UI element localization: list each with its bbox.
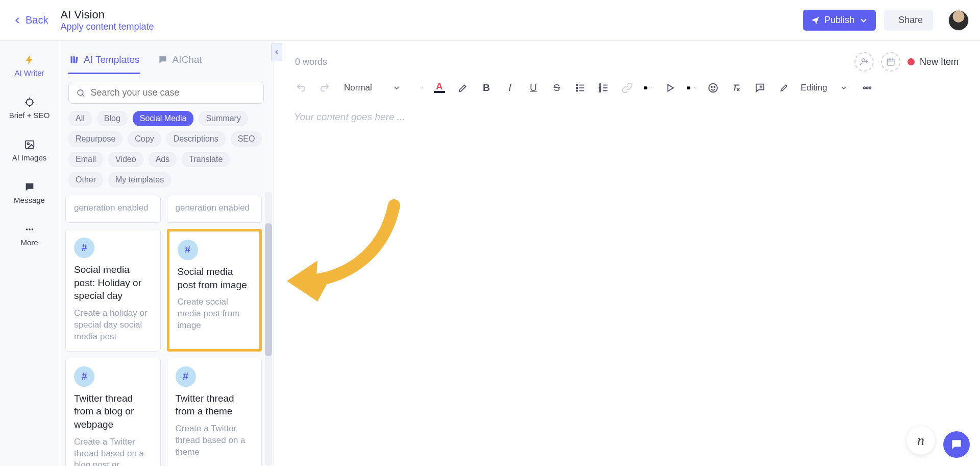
svg-rect-19 [887,59,894,65]
scrollbar-thumb[interactable] [265,223,272,356]
status-dot-icon [908,58,915,65]
rail-item-more[interactable]: More [0,220,59,251]
chevron-down-icon [859,15,869,26]
editor-toolbar: Normal A B I U S 123 [292,76,962,103]
chip-blog[interactable]: Blog [97,111,128,126]
bold-button[interactable]: B [479,81,494,95]
template-card-twitter-theme[interactable]: # Twitter thread from a theme Create a T… [167,358,262,466]
cards-area: generation enabled generation enabled # … [59,192,273,466]
video-button[interactable] [663,81,677,95]
list-ul-icon [575,82,586,94]
cards-grid: generation enabled generation enabled # … [65,192,262,466]
chip-summary[interactable]: Summary [199,111,248,126]
template-card[interactable]: generation enabled [65,196,161,223]
add-collaborator-button[interactable] [854,52,874,72]
italic-button[interactable]: I [503,81,517,95]
svg-point-14 [78,89,83,95]
clear-format-button[interactable] [729,81,744,95]
align-select[interactable] [413,84,423,91]
add-date-button[interactable] [881,52,900,72]
page-title: AI Vision [60,8,154,21]
link-button[interactable] [620,81,634,95]
image-insert-select[interactable] [644,84,654,91]
bullet-list-button[interactable] [573,81,587,95]
svg-rect-13 [76,57,78,63]
block-style-select[interactable]: Normal [341,81,404,95]
rail-item-brief-seo[interactable]: Brief + SEO [0,92,59,124]
back-button[interactable]: Back [8,11,52,29]
redo-button[interactable] [317,81,332,95]
chevron-down-icon [393,84,401,92]
share-button[interactable]: Share [884,10,933,31]
card-desc: Create a holiday or special day social m… [74,308,152,343]
rail-label: Brief + SEO [9,111,50,120]
chevron-left-icon [12,15,22,26]
chevron-down-icon [694,84,697,91]
emoji-button[interactable] [706,81,720,95]
hash-icon: # [176,366,196,387]
chip-repurpose[interactable]: Repurpose [68,131,122,147]
chip-social-media[interactable]: Social Media [133,111,194,126]
editor-body[interactable]: Your content goes here ... [292,103,962,466]
chip-seo[interactable]: SEO [231,131,262,147]
svg-line-15 [82,95,84,97]
card-desc: Create a Twitter thread based on a blog … [74,436,152,466]
tab-ai-chat[interactable]: AIChat [157,49,203,74]
tab-ai-templates[interactable]: AI Templates [68,49,140,74]
brand-fab[interactable]: n [906,426,935,455]
template-card[interactable]: generation enabled [167,196,262,223]
left-rail: AI Writer Brief + SEO AI Images Message … [0,41,59,466]
chip-descriptions[interactable]: Descriptions [166,131,226,147]
top-header: Back AI Vision Apply content template Pu… [0,0,980,41]
card-title: Social media post from image [178,265,252,291]
rail-label: More [20,238,38,247]
avatar[interactable] [948,10,969,31]
card-title: Twitter thread from a blog or webpage [74,392,152,431]
svg-point-50 [863,87,865,89]
highlight-button[interactable] [456,81,470,95]
card-desc: generation enabled [176,202,254,214]
chip-video[interactable]: Video [108,152,143,167]
editor: 0 words New Item [274,41,980,466]
undo-button[interactable] [294,81,308,95]
ordered-list-button[interactable]: 123 [597,81,611,95]
strike-button[interactable]: S [550,81,564,95]
svg-rect-11 [71,56,72,63]
mode-select[interactable]: Editing [776,81,851,95]
chip-translate[interactable]: Translate [182,152,230,167]
chip-my-templates[interactable]: My templates [108,172,171,188]
status-label: New Item [920,57,959,67]
apply-template-link[interactable]: Apply content template [60,21,154,32]
comment-button[interactable] [753,81,767,95]
chip-all[interactable]: All [68,111,92,126]
status-pill[interactable]: New Item [908,57,959,67]
clear-format-icon [731,82,742,94]
chevron-left-icon [273,49,280,56]
publish-label: Publish [824,15,854,26]
template-card-twitter-blog[interactable]: # Twitter thread from a blog or webpage … [65,358,161,466]
rail-item-message[interactable]: Message [0,177,59,208]
publish-button[interactable]: Publish [803,10,876,31]
template-card-from-image[interactable]: # Social media post from image Create so… [167,229,262,352]
chip-email[interactable]: Email [68,152,103,167]
chip-ads[interactable]: Ads [149,152,177,167]
chip-copy[interactable]: Copy [128,131,161,147]
more-button[interactable] [860,81,874,95]
title-area: AI Vision Apply content template [60,8,154,32]
rail-item-ai-writer[interactable]: AI Writer [0,50,59,81]
table-insert-select[interactable] [687,84,697,91]
collapse-panel-button[interactable] [271,43,282,61]
text-color-button[interactable]: A [432,81,447,95]
align-left-icon [413,86,417,90]
chat-fab[interactable] [943,431,970,458]
search-box[interactable] [68,82,264,104]
card-desc: generation enabled [74,202,152,214]
image-icon [644,86,648,90]
rail-item-ai-images[interactable]: AI Images [0,135,59,166]
play-icon [665,82,676,94]
search-input[interactable] [90,87,256,98]
underline-button[interactable]: U [526,81,541,95]
list-ol-icon: 123 [598,82,609,94]
template-card-holiday[interactable]: # Social media post: Holiday or special … [65,229,161,352]
chip-other[interactable]: Other [68,172,103,188]
